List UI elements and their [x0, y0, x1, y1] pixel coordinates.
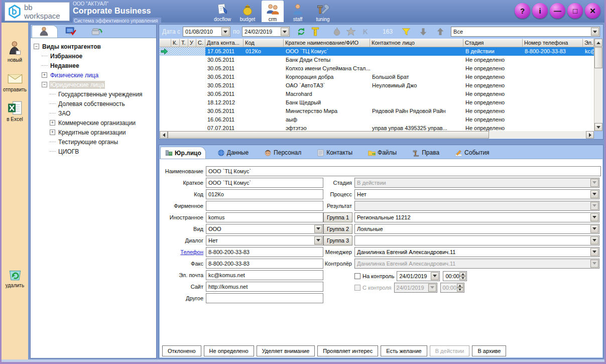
stage-button[interactable]: Уделяет внимание [257, 345, 315, 356]
phone-input[interactable] [206, 247, 323, 257]
column-header-s[interactable]: С. [196, 39, 205, 47]
minimize-button[interactable]: — [550, 3, 565, 19]
new-button[interactable]: новый [7, 40, 24, 63]
tree-item[interactable]: +Коммерческие организации [34, 118, 155, 128]
tab-rights[interactable]: Права [408, 147, 443, 159]
module-budget[interactable]: budget [236, 1, 259, 22]
tab-events[interactable]: События [450, 147, 494, 159]
table-row[interactable]: 30.05.2011Колхоз имени Сулеймана Стал...… [160, 64, 594, 73]
chevron-down-icon[interactable] [591, 28, 599, 36]
tree-item[interactable]: ЗАО [34, 108, 155, 118]
star-button[interactable] [345, 26, 357, 38]
tree-item[interactable]: −Юридические лица [34, 80, 155, 89]
scroll-up-icon[interactable] [594, 39, 602, 47]
column-header-t[interactable]: Т. [180, 39, 188, 47]
tree-tab-contractors[interactable] [32, 25, 58, 38]
arrow-down-button[interactable] [417, 26, 429, 38]
column-header-u[interactable]: У [188, 39, 196, 47]
on-control-time[interactable]: 00:00 [443, 271, 467, 281]
table-row[interactable]: 07.07.2011эфтэтэоуправ управ 4395325 упр… [160, 124, 594, 131]
stage-button[interactable]: Есть желание [381, 345, 427, 356]
table-row[interactable]: 16.06.2011аыфНе определено [160, 115, 594, 124]
chevron-down-icon[interactable] [590, 236, 598, 245]
spin-down-icon[interactable] [459, 276, 466, 280]
column-header-stage[interactable]: Стадия [463, 39, 523, 47]
table-row[interactable]: 18.12.2012Банк ЩедрыйНе определено [160, 98, 594, 107]
chevron-down-icon[interactable] [314, 225, 322, 233]
delete-button[interactable]: удалить [6, 266, 24, 288]
process-combo[interactable]: Нет [354, 189, 599, 199]
scroll-left-icon[interactable] [160, 131, 168, 139]
column-header-k[interactable]: К. [171, 39, 180, 47]
column-header-email[interactable]: Эл. [583, 39, 594, 47]
expand-icon[interactable]: + [50, 130, 55, 135]
column-header-ind[interactable] [160, 39, 171, 47]
module-crm[interactable]: crm [262, 1, 284, 22]
tree-tab-calls[interactable] [84, 25, 110, 38]
tab-legal[interactable]: Юр.лицо [160, 147, 206, 159]
tree-item[interactable]: Избранное [34, 51, 155, 61]
info-button[interactable]: i [532, 3, 548, 19]
other-input[interactable] [206, 293, 323, 303]
tree-item[interactable]: Недавнее [34, 61, 155, 70]
on-control-date[interactable]: 24/01/2019 [397, 271, 440, 281]
tree-item[interactable]: Государственные учреждения [34, 89, 155, 99]
module-tuning[interactable]: tuning [312, 1, 334, 22]
table-row[interactable]: 30.05.2011MacrohardНе определено [160, 90, 594, 98]
collapse-icon[interactable]: − [34, 44, 39, 49]
scroll-down-icon[interactable] [594, 123, 602, 131]
email-input[interactable] [206, 270, 323, 280]
tree-tab-tasks[interactable] [58, 25, 84, 38]
group2-combo[interactable]: Лояльные [354, 224, 599, 234]
brand-input[interactable] [206, 201, 323, 211]
foreign-input[interactable] [206, 212, 323, 222]
chevron-down-icon[interactable] [590, 225, 598, 233]
tab-contacts[interactable]: Контакты [312, 147, 356, 159]
name-input[interactable] [206, 166, 601, 176]
stage-button[interactable]: Не определено [204, 345, 254, 356]
scroll-right-icon[interactable] [586, 131, 594, 139]
group1-button[interactable]: Группа 1 [323, 212, 352, 222]
tab-personnel[interactable]: Персонал [260, 147, 305, 159]
chevron-down-icon[interactable] [590, 190, 598, 198]
code-input[interactable] [206, 189, 323, 199]
group2-button[interactable]: Группа 2 [323, 224, 352, 234]
tree-item[interactable]: +Физические лица [34, 70, 155, 80]
help-button[interactable]: ? [515, 3, 530, 19]
maximize-button[interactable]: □ [567, 3, 583, 19]
chevron-down-icon[interactable] [431, 272, 439, 280]
column-header-phone[interactable]: Номер телефона [523, 39, 583, 47]
short-name-input[interactable] [206, 178, 323, 188]
chevron-down-icon[interactable] [590, 248, 598, 256]
tree-item[interactable]: +Кредитные организации [34, 128, 155, 137]
module-docflow[interactable]: docflow [211, 1, 233, 22]
collapse-icon[interactable]: − [42, 82, 47, 87]
send-button[interactable]: отправить [3, 70, 27, 92]
funnel-button[interactable] [400, 26, 412, 38]
filter-select[interactable]: Все [451, 27, 600, 37]
k-filter-button[interactable]: K [359, 26, 371, 38]
table-row[interactable]: 17.05.2011012КоООО `ТЦ Комус`В действии8… [160, 47, 594, 56]
on-control-checkbox[interactable] [354, 273, 360, 279]
date-to-combo[interactable]: 24/02/2019 [242, 27, 290, 37]
module-staff[interactable]: staff [287, 1, 309, 22]
vertical-scrollbar[interactable] [594, 39, 602, 131]
table-row[interactable]: 30.05.2011Министерство МираРядовой Райн … [160, 107, 594, 115]
phone-link-label[interactable]: Телефон [162, 249, 206, 255]
dialog-combo[interactable]: Нет [206, 235, 323, 246]
tab-data[interactable]: Данные [213, 147, 253, 159]
expand-icon[interactable]: + [50, 120, 55, 126]
manager-combo[interactable]: Данилинка Евгений Александрович.11 [354, 247, 599, 257]
column-header-name[interactable]: Краткое наименование/ФИО [284, 39, 370, 47]
kind-combo[interactable]: ООО [206, 224, 323, 234]
table-row[interactable]: 30.05.2011Банк Дяди СтепыНе определено [160, 56, 594, 64]
horizontal-scrollbar[interactable] [160, 131, 594, 139]
spin-up-icon[interactable] [459, 272, 466, 276]
group1-combo[interactable]: Региональные 11212 [354, 212, 599, 222]
chevron-down-icon[interactable] [281, 28, 289, 36]
ruler-button[interactable] [309, 26, 321, 38]
stage-button[interactable]: Отклонено [162, 345, 201, 356]
fax-input[interactable] [206, 259, 323, 269]
tab-files[interactable]: Файлы [363, 147, 401, 159]
chevron-down-icon[interactable] [314, 236, 322, 245]
